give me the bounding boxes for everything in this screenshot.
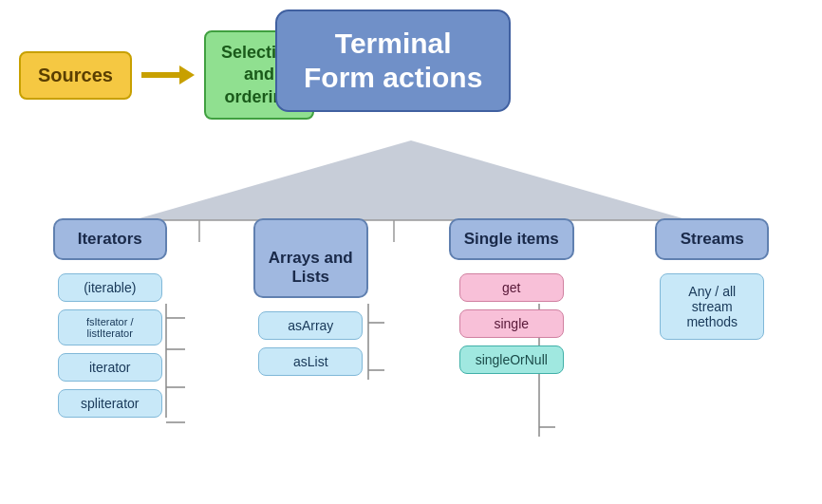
column-single-items: Single items get single singleOrNull (417, 218, 607, 425)
iterators-header: Iterators (53, 218, 167, 260)
single-items-item-get: get (459, 273, 564, 302)
bottom-section: Iterators (iterable) fsIterator /listIte… (0, 218, 822, 425)
terminal-box: TerminalForm actions (275, 9, 511, 112)
terminal-label: TerminalForm actions (304, 28, 482, 93)
svg-marker-0 (133, 140, 689, 220)
arrow-head-1 (179, 65, 195, 84)
single-items-item-singleornull: singleOrNull (459, 345, 564, 374)
column-arrays-lists: Arrays andLists asArray asList (215, 218, 405, 425)
arrow-body-1 (141, 72, 179, 78)
arrays-lists-header: Arrays andLists (253, 218, 368, 298)
column-iterators: Iterators (iterable) fsIterator /listIte… (15, 218, 205, 425)
sources-label: Sources (38, 65, 113, 85)
sources-box: Sources (19, 51, 132, 100)
iterators-item-fsiterator: fsIterator /listIterator (58, 309, 162, 345)
iterators-item-iterator: iterator (58, 353, 162, 382)
arrow-sources-to-selection (141, 65, 195, 84)
arrays-item-asarray: asArray (258, 311, 363, 340)
single-items-header: Single items (449, 218, 574, 260)
iterators-item-spliterator: spliterator (58, 389, 162, 418)
column-streams: Streams Any / allstreammethods (617, 218, 807, 425)
streams-header: Streams (655, 218, 769, 260)
arrays-item-aslist: asList (258, 347, 363, 376)
single-items-item-single: single (459, 309, 564, 338)
iterators-item-iterable: (iterable) (58, 273, 162, 302)
streams-item-any-all: Any / allstreammethods (660, 273, 764, 340)
